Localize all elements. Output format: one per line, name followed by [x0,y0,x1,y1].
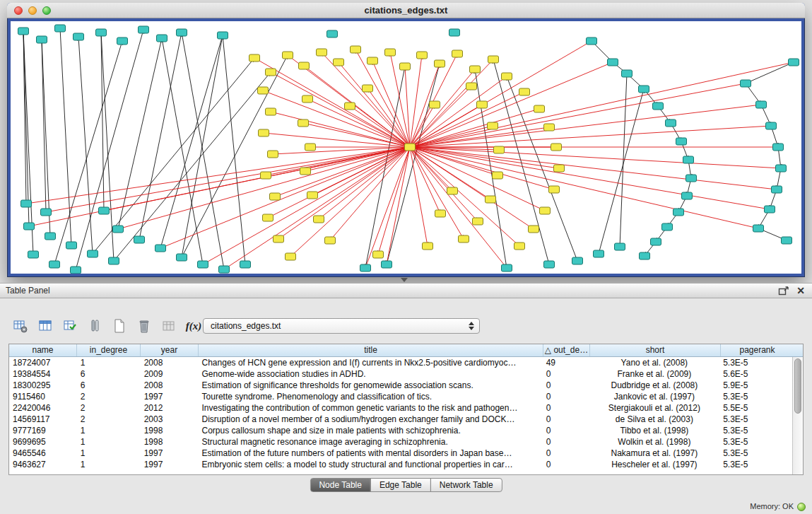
table-row[interactable]: 946554611997Estimation of the future num… [9,448,792,459]
graph-node[interactable] [782,237,792,244]
graph-edge[interactable] [410,126,771,147]
column-header-indegree[interactable]: in_degree [77,344,141,356]
graph-node[interactable] [28,251,39,258]
graph-node[interactable] [49,261,60,268]
graph-edge[interactable] [271,112,410,147]
graph-edge[interactable] [160,35,223,248]
graph-node[interactable] [502,73,512,80]
graph-node[interactable] [88,250,98,257]
graph-node[interactable] [327,30,338,37]
graph-node[interactable] [594,250,604,257]
column-header-outde[interactable]: △ out_de… [543,344,590,356]
show-columns-icon[interactable] [36,317,54,335]
graph-node[interactable] [298,119,309,127]
delete-table-icon[interactable] [160,317,178,335]
graph-node[interactable] [266,69,276,76]
graph-node[interactable] [18,28,29,35]
graph-node[interactable] [314,216,324,223]
window-titlebar[interactable]: citations_edges.txt [7,3,805,18]
graph-edge[interactable] [378,147,410,255]
graph-edge[interactable] [254,58,410,147]
graph-node[interactable] [382,261,392,268]
graph-node[interactable] [551,144,562,151]
graph-node[interactable] [66,242,77,249]
graph-edge[interactable] [93,58,254,254]
graph-node[interactable] [268,151,278,158]
import-table-icon[interactable] [61,317,79,335]
graph-node[interactable] [41,209,52,216]
graph-edge[interactable] [60,28,71,245]
graph-node[interactable] [662,223,673,230]
column-header-title[interactable]: title [199,344,543,356]
graph-edge[interactable] [410,69,475,147]
graph-edge[interactable] [365,66,405,268]
float-panel-icon[interactable] [778,286,789,296]
graph-edge[interactable] [410,147,519,246]
graph-node[interactable] [519,88,530,95]
graph-edge[interactable] [290,147,410,257]
graph-node[interactable] [653,103,664,110]
graph-node[interactable] [683,156,694,163]
graph-node[interactable] [673,209,684,216]
graph-node[interactable] [765,206,775,213]
graph-node[interactable] [240,261,251,268]
column-header-pagerank[interactable]: pagerank [721,344,794,356]
scrollbar-thumb[interactable] [794,358,801,414]
graph-edge[interactable] [319,147,410,219]
graph-node[interactable] [157,35,167,42]
graph-node[interactable] [73,33,84,40]
table-row[interactable]: 2242004622012Investigating the contribut… [9,402,792,414]
graph-node[interactable] [587,37,597,45]
graph-node[interactable] [134,236,145,243]
graph-node[interactable] [494,146,505,153]
graph-node[interactable] [261,172,271,179]
graph-node[interactable] [473,218,483,225]
graph-node[interactable] [286,253,296,260]
graph-node[interactable] [258,87,269,94]
graph-node[interactable] [682,192,693,199]
graph-edge[interactable] [507,76,577,261]
graph-edge[interactable] [410,105,761,147]
graph-node[interactable] [334,59,344,66]
graph-edge[interactable] [182,33,224,269]
graph-node[interactable] [177,254,187,261]
table-panel-header[interactable]: Table Panel ✕ [0,284,812,298]
graph-edge[interactable] [410,147,770,209]
graph-node[interactable] [529,226,539,233]
network-graph[interactable] [11,21,801,274]
graph-node[interactable] [622,70,632,77]
graph-edge[interactable] [322,52,410,147]
graph-node[interactable] [363,85,373,92]
graph-node[interactable] [325,237,336,244]
tab-node-table[interactable]: Node Table [310,478,371,492]
graph-node[interactable] [263,214,273,221]
graph-node[interactable] [544,261,555,268]
graph-edge[interactable] [410,147,758,228]
table-row[interactable]: 969969511998Structural magnetic resonanc… [9,436,792,448]
graph-node[interactable] [139,26,149,33]
graph-node[interactable] [96,29,107,36]
graph-node[interactable] [351,46,361,53]
graph-edge[interactable] [387,147,410,264]
graph-node[interactable] [477,101,488,108]
table-row[interactable]: 1456911722003Disruption of a novel membe… [9,414,792,425]
graph-node[interactable] [651,238,661,245]
function-builder-icon[interactable]: f(x) [184,317,203,335]
graph-node[interactable] [534,105,545,112]
graph-node[interactable] [493,172,503,179]
graph-node[interactable] [270,193,281,200]
table-row[interactable]: 1830029562008Estimation of significance … [9,380,792,391]
tab-network-table[interactable]: Network Table [430,478,502,492]
graph-node[interactable] [219,266,230,273]
graph-node[interactable] [615,243,625,250]
graph-node[interactable] [486,196,496,203]
row-height-icon[interactable] [86,317,104,335]
graph-node[interactable] [109,257,119,264]
graph-node[interactable] [24,223,35,230]
graph-edge[interactable] [139,33,182,240]
graph-node[interactable] [345,103,355,110]
graph-edge[interactable] [23,31,33,255]
graph-node[interactable] [686,175,697,182]
table-mode-icon[interactable] [11,317,30,335]
graph-node[interactable] [540,207,551,214]
